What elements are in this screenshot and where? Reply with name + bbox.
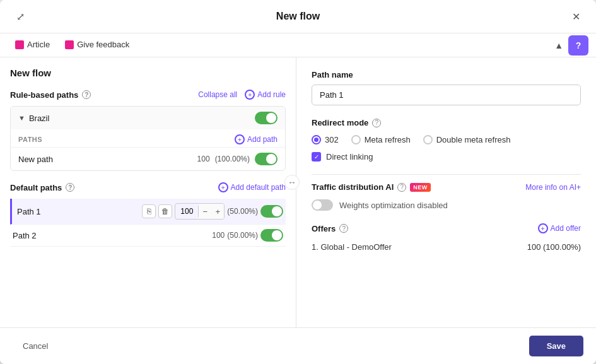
modal-body: New flow Rule-based paths ? Collapse all… [0, 57, 596, 327]
radio-302[interactable]: 302 [312, 135, 339, 144]
redirect-mode-radio-group: 302 Meta refresh Double meta refresh [312, 135, 581, 144]
default-path-2-name: Path 2 [13, 231, 208, 240]
radio-double-meta[interactable]: Double meta refresh [423, 135, 511, 144]
default-paths-help-icon[interactable]: ? [66, 183, 74, 192]
path-1-icons: ⎘ 🗑 100 − + (50.00%) [142, 203, 283, 220]
resize-handle[interactable]: ↔ [284, 175, 300, 190]
brazil-path-percent: (100.00%) [215, 155, 250, 163]
path-name-input[interactable] [312, 85, 581, 105]
modal-footer: Cancel Save [0, 327, 596, 364]
traffic-ai-header: Traffic distribution AI ? NEW More info … [312, 182, 581, 192]
path-2-icons: 100 (50.00%) [212, 229, 283, 242]
more-info-link[interactable]: More info on AI+ [525, 183, 581, 192]
article-tab-icon [15, 40, 24, 49]
tab-feedback-label: Give feedback [77, 40, 129, 49]
offer-1-weight: 100 (100.00%) [527, 242, 581, 252]
radio-meta-label: Meta refresh [365, 135, 411, 144]
default-paths-header: Default paths ? + Add default path [10, 182, 286, 192]
brazil-toggle[interactable] [255, 112, 278, 124]
add-path-label: Add path [247, 135, 278, 144]
redirect-mode-help-icon[interactable]: ? [372, 119, 381, 127]
brazil-chevron-icon[interactable]: ▼ [18, 114, 25, 122]
add-rule-circle-icon: + [245, 90, 255, 100]
redirect-mode-header: Redirect mode ? [312, 118, 581, 127]
brazil-path-weight: 100 [197, 155, 210, 163]
tab-bar-right: ▲ ? [554, 35, 588, 56]
cancel-button[interactable]: Cancel [13, 336, 58, 356]
radio-double-circle [423, 135, 433, 144]
add-rule-link[interactable]: + Add rule [245, 90, 286, 100]
brazil-rule-name: Brazil [29, 114, 50, 123]
default-paths-label: Default paths [10, 183, 62, 192]
rule-based-help-icon[interactable]: ? [82, 90, 91, 99]
default-path-row-2[interactable]: Path 2 100 (50.00%) [10, 225, 286, 247]
add-offer-link[interactable]: + Add offer [538, 223, 581, 233]
add-default-circle-icon: + [218, 182, 228, 192]
rule-based-label: Rule-based paths [10, 90, 78, 100]
traffic-ai-toggle-knob [313, 201, 322, 209]
rule-based-title: Rule-based paths ? [10, 90, 91, 100]
traffic-ai-toggle[interactable] [312, 199, 333, 211]
default-paths-section: Default paths ? + Add default path Path … [10, 182, 286, 247]
rule-based-actions: Collapse all + Add rule [198, 90, 286, 100]
radio-double-label: Double meta refresh [436, 135, 511, 144]
brazil-path-name: New path [18, 155, 53, 164]
rule-based-paths-header: Rule-based paths ? Collapse all + Add ru… [10, 90, 286, 100]
modal: ⤢ New flow ✕ Article Give feedback ▲ ? N… [0, 0, 596, 364]
redirect-mode-field: Redirect mode ? 302 Meta refresh [312, 118, 581, 161]
path-name-label: Path name [312, 70, 581, 79]
add-default-path-label: Add default path [231, 183, 286, 192]
default-path-row-1[interactable]: Path 1 ⎘ 🗑 100 − + (50.00%) [10, 199, 286, 225]
offer-1-name: 1. Global - DemoOffer [312, 242, 392, 252]
path-1-weight-value[interactable]: 100 [175, 205, 198, 218]
brazil-path-toggle-knob [266, 154, 276, 164]
path-1-minus-button[interactable]: − [199, 204, 211, 219]
traffic-ai-help-icon[interactable]: ? [397, 183, 406, 192]
path-1-copy-icon[interactable]: ⎘ [142, 204, 156, 218]
collapse-all-link[interactable]: Collapse all [198, 90, 237, 99]
traffic-ai-title: Traffic distribution AI ? NEW [312, 182, 431, 192]
traffic-ai-label: Traffic distribution AI [312, 182, 394, 192]
brazil-path-toggle[interactable] [255, 153, 278, 165]
path-1-weight-input: 100 − + [175, 203, 225, 220]
direct-linking-checkbox[interactable]: ✓ [312, 152, 321, 161]
tab-chevron-up-icon[interactable]: ▲ [554, 40, 563, 50]
add-path-link[interactable]: + Add path [235, 134, 278, 144]
radio-meta-refresh[interactable]: Meta refresh [351, 135, 411, 144]
path-1-percent: (50.00%) [227, 207, 258, 216]
tab-feedback[interactable]: Give feedback [57, 33, 137, 57]
path-2-weight: 100 [212, 231, 225, 240]
modal-title: New flow [28, 11, 568, 22]
save-button[interactable]: Save [529, 336, 583, 356]
help-button[interactable]: ? [568, 35, 588, 56]
brazil-rule-group: ▼ Brazil PATHS + Add path New path [10, 106, 286, 171]
right-panel: Path name Redirect mode ? 302 [296, 57, 596, 327]
radio-meta-circle [351, 135, 361, 144]
brazil-rule-left: ▼ Brazil [18, 114, 49, 123]
path-1-delete-icon[interactable]: 🗑 [158, 204, 172, 218]
offers-header: Offers ? + Add offer [312, 223, 581, 233]
offers-label: Offers [312, 224, 336, 233]
path-1-toggle-knob [272, 206, 282, 216]
default-paths-title: Default paths ? [10, 183, 74, 192]
expand-icon[interactable]: ⤢ [13, 9, 28, 24]
brazil-rule-header: ▼ Brazil [11, 107, 285, 129]
offers-help-icon[interactable]: ? [339, 224, 348, 233]
brazil-path-right: 100 (100.00%) [197, 153, 278, 165]
divider-1 [312, 174, 581, 175]
path-1-toggle[interactable] [260, 205, 283, 218]
paths-sublabel: PATHS [18, 136, 42, 143]
default-path-1-name: Path 1 [17, 207, 138, 216]
add-default-path-link[interactable]: + Add default path [218, 182, 286, 192]
redirect-mode-label: Redirect mode [312, 118, 368, 127]
paths-subheader: PATHS + Add path [11, 129, 285, 147]
close-icon[interactable]: ✕ [568, 9, 583, 24]
checkbox-check-icon: ✓ [314, 153, 319, 160]
path-1-plus-button[interactable]: + [211, 204, 224, 219]
feedback-tab-icon [65, 40, 74, 49]
tab-article[interactable]: Article [8, 33, 57, 57]
offers-title: Offers ? [312, 224, 348, 233]
left-panel: New flow Rule-based paths ? Collapse all… [0, 57, 296, 327]
tab-article-label: Article [27, 40, 50, 49]
path-2-toggle[interactable] [260, 229, 283, 242]
